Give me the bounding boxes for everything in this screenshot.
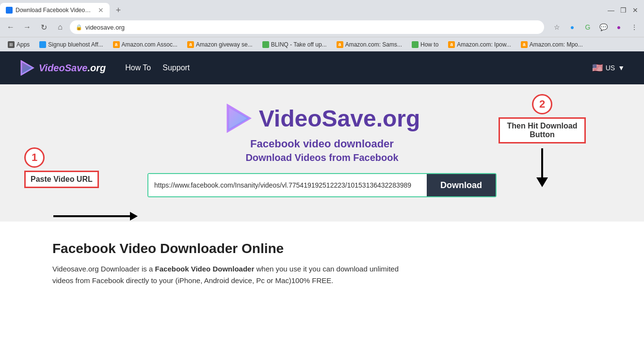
address-text: videosave.org (85, 24, 125, 31)
arrow-v-shaft (541, 148, 543, 177)
step1-label: Paste Video URL (31, 175, 93, 183)
bookmark-howto[interactable]: How to (408, 40, 442, 49)
browser-actions: ☆ ● G 💬 ● ⋮ (551, 21, 640, 33)
step2-label: Then Hit Download Button (507, 122, 578, 139)
lang-label: US (606, 64, 615, 72)
extension-4-icon[interactable]: ● (613, 21, 625, 33)
step2-label-box: Then Hit Download Button (499, 117, 586, 143)
url-input[interactable] (148, 174, 427, 196)
extension-2-icon[interactable]: G (582, 21, 594, 33)
amazon4-favicon: a (448, 41, 455, 48)
svg-marker-3 (228, 106, 249, 131)
tab-close-button[interactable]: ✕ (98, 6, 104, 14)
active-tab[interactable]: Download Facebook Videos-Face... ✕ (0, 3, 110, 17)
maximize-button[interactable]: ❒ (620, 6, 627, 14)
lock-icon: 🔒 (76, 24, 82, 31)
content-bold-phrase: Facebook Video Downloader (155, 265, 255, 273)
hero-subtitle1: Facebook video downloader (250, 138, 394, 150)
bookmark-amazon2-label: Amazon giveway se... (196, 41, 253, 48)
tab-title: Download Facebook Videos-Face... (16, 7, 93, 14)
bookmark-amazon1[interactable]: a Amazon.com Assoc... (109, 40, 181, 49)
bookmark-bluehost[interactable]: Signup bluehost Aff... (35, 40, 107, 49)
website-content: VideoSave.org How To Support 🇺🇸 US ▼ 1 P… (0, 51, 644, 306)
lang-dropdown-icon: ▼ (618, 64, 625, 72)
content-paragraph: Videosave.org Downloader is a Facebook V… (52, 263, 421, 286)
window-controls: — ❒ ✕ (608, 6, 644, 14)
hero-logo: VideoSave.org (224, 104, 420, 133)
url-bar-container: Download (147, 173, 497, 197)
bookmark-blinq[interactable]: BLINQ - Take off up... (258, 40, 331, 49)
tab-favicon (6, 7, 13, 14)
flag-icon: 🇺🇸 (592, 63, 603, 73)
bookmark-amazon4-label: Amazon.com: Ipow... (457, 41, 511, 48)
bookmark-amazon5[interactable]: a Amazon.com: Mpo... (517, 40, 587, 49)
step1-number: 1 (32, 151, 37, 164)
bookmark-amazon4[interactable]: a Amazon.com: Ipow... (444, 40, 515, 49)
nav-links: How To Support (125, 64, 190, 72)
forward-button[interactable]: → (20, 20, 34, 34)
howto-favicon (412, 41, 419, 48)
bookmark-amazon2[interactable]: a Amazon giveway se... (183, 40, 257, 49)
amazon2-favicon: a (187, 41, 194, 48)
address-input[interactable]: 🔒 videosave.org (70, 20, 544, 34)
logo-text: VideoSave.org (39, 63, 106, 74)
bookmark-amazon3-label: Amazon.com: Sams... (345, 41, 402, 48)
bookmark-amazon1-label: Amazon.com Assoc... (122, 41, 177, 48)
bookmarks-bar: ⊞ Apps Signup bluehost Aff... a Amazon.c… (0, 37, 644, 51)
tab-bar: Download Facebook Videos-Face... ✕ + — ❒… (0, 0, 644, 17)
site-navigation: VideoSave.org How To Support 🇺🇸 US ▼ (0, 51, 644, 84)
browser-chrome: Download Facebook Videos-Face... ✕ + — ❒… (0, 0, 644, 51)
content-section: Facebook Video Downloader Online Videosa… (0, 222, 644, 306)
bookmark-howto-label: How to (420, 41, 438, 48)
amazon5-favicon: a (521, 41, 528, 48)
back-button[interactable]: ← (4, 20, 17, 34)
hero-subtitle2: Download Videos from Facebook (245, 152, 398, 163)
bookmark-blinq-label: BLINQ - Take off up... (271, 41, 327, 48)
arrow-shaft (53, 215, 131, 217)
step1-circle: 1 (24, 147, 45, 168)
hero-logo-icon (224, 104, 253, 133)
arrow-head-right (130, 212, 138, 221)
nav-support[interactable]: Support (162, 64, 190, 72)
home-button[interactable]: ⌂ (53, 20, 67, 34)
bluehost-favicon (39, 41, 46, 48)
nav-how-to[interactable]: How To (125, 64, 151, 72)
amazon1-favicon: a (113, 41, 120, 48)
download-button[interactable]: Download (427, 174, 496, 196)
refresh-button[interactable]: ↻ (37, 20, 50, 34)
amazon3-favicon: a (337, 41, 343, 48)
minimize-button[interactable]: — (608, 6, 614, 14)
apps-favicon: ⊞ (8, 41, 15, 48)
step1-label-box: Paste Video URL (24, 171, 99, 188)
bookmark-apps[interactable]: ⊞ Apps (4, 40, 33, 49)
bookmark-bluehost-label: Signup bluehost Aff... (48, 41, 103, 48)
step2-number: 2 (539, 98, 545, 111)
extension-1-icon[interactable]: ● (566, 21, 578, 33)
annotation-step2: 2 Then Hit Download Button (499, 94, 586, 187)
star-icon[interactable]: ☆ (551, 21, 563, 33)
logo-play-icon (19, 60, 35, 76)
step2-arrow (536, 148, 548, 187)
bookmark-apps-label: Apps (16, 41, 30, 48)
hero-section: 1 Paste Video URL 2 Then Hit Download Bu… (0, 84, 644, 222)
content-heading: Facebook Video Downloader Online (52, 241, 592, 256)
bookmark-amazon5-label: Amazon.com: Mpo... (530, 41, 583, 48)
language-selector[interactable]: 🇺🇸 US ▼ (592, 63, 625, 73)
arrow-v-head (536, 177, 548, 187)
menu-button[interactable]: ⋮ (628, 21, 640, 33)
close-button[interactable]: ✕ (632, 6, 638, 14)
step2-circle: 2 (532, 94, 552, 114)
site-logo[interactable]: VideoSave.org (19, 60, 106, 76)
address-bar-row: ← → ↻ ⌂ 🔒 videosave.org ☆ ● G 💬 ● ⋮ (0, 17, 644, 37)
blinq-favicon (262, 41, 269, 48)
hero-brand-title: VideoSave.org (259, 105, 420, 132)
new-tab-button[interactable]: + (112, 3, 125, 17)
svg-marker-1 (21, 61, 33, 75)
step1-arrow (53, 215, 131, 217)
bookmark-amazon3[interactable]: a Amazon.com: Sams... (333, 40, 406, 49)
extension-3-icon[interactable]: 💬 (597, 21, 609, 33)
annotation-step1: 1 Paste Video URL (24, 147, 131, 217)
